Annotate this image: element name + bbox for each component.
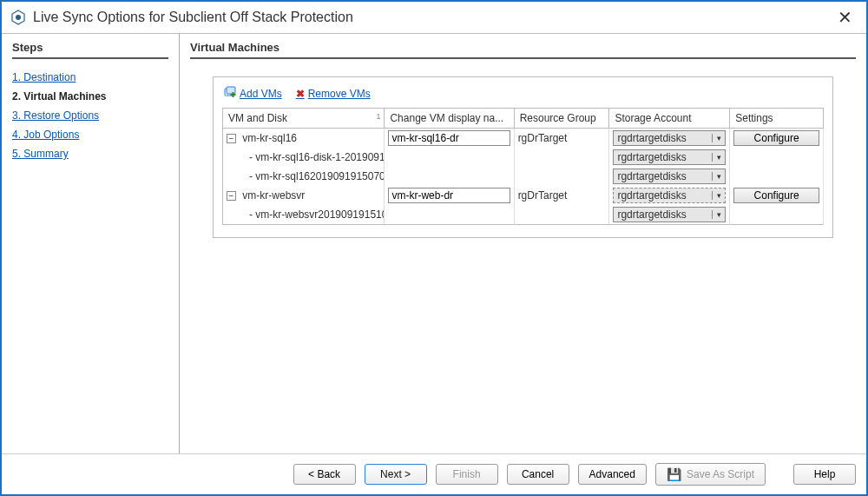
storage-account-value: rgdrtargetdisks xyxy=(617,208,712,221)
col-vm-label: VM and Disk xyxy=(228,112,287,124)
storage-account-value: rgdrtargetdisks xyxy=(617,170,712,182)
step-destination[interactable]: 1. Destination xyxy=(12,68,168,87)
storage-account-cell: rgdrtargetdisks ▾ xyxy=(609,186,730,205)
app-icon xyxy=(10,10,26,25)
vm-toolbar: Add VMs ✖ Remove VMs xyxy=(222,86,824,108)
display-name-input[interactable] xyxy=(388,130,510,146)
vm-cell[interactable]: − vm-kr-sql16 xyxy=(223,129,385,149)
close-icon[interactable]: ✕ xyxy=(832,7,858,28)
step-job-options[interactable]: 4. Job Options xyxy=(12,125,168,144)
display-name-input[interactable] xyxy=(388,188,510,203)
sort-indicator: 1 xyxy=(376,112,380,121)
col-resource-group[interactable]: Resource Group xyxy=(514,109,609,129)
resource-group-cell: rgDrTarget xyxy=(514,186,609,205)
display-name-cell xyxy=(385,129,514,149)
collapse-icon[interactable]: − xyxy=(227,191,236,201)
back-button[interactable]: < Back xyxy=(293,464,356,485)
disk-cell[interactable]: - vm-kr-sql16-disk-1-20190919150... xyxy=(223,148,385,167)
chevron-down-icon: ▾ xyxy=(712,153,721,162)
storage-account-dropdown[interactable]: rgdrtargetdisks ▾ xyxy=(613,130,726,146)
cancel-button[interactable]: Cancel xyxy=(507,464,569,485)
storage-account-cell: rgdrtargetdisks ▾ xyxy=(609,148,730,167)
step-summary[interactable]: 5. Summary xyxy=(12,144,168,163)
table-row: - vm-kr-websvr20190919151059.... rgdrtar… xyxy=(223,205,824,225)
save-icon: 💾 xyxy=(667,467,681,481)
chevron-down-icon: ▾ xyxy=(712,191,721,200)
col-display-name[interactable]: Change VM display na... xyxy=(385,109,514,129)
chevron-down-icon: ▾ xyxy=(712,134,721,142)
vm-cell[interactable]: − vm-kr-websvr xyxy=(223,186,385,205)
section-header: Virtual Machines xyxy=(190,37,856,59)
advanced-button[interactable]: Advanced xyxy=(578,464,647,485)
table-row: - vm-kr-sql1620190919150704.vhd rgdrtarg… xyxy=(223,167,824,186)
chevron-down-icon: ▾ xyxy=(712,210,721,219)
vm-label: vm-kr-websvr xyxy=(242,189,305,202)
add-vms-icon xyxy=(224,86,236,101)
help-button[interactable]: Help xyxy=(793,464,856,485)
step-restore-options[interactable]: 3. Restore Options xyxy=(12,106,168,125)
chevron-down-icon: ▾ xyxy=(712,172,721,181)
svg-point-1 xyxy=(16,15,21,20)
save-as-script-button: 💾 Save As Script xyxy=(655,463,766,486)
dialog-body: Steps 1. Destination 2. Virtual Machines… xyxy=(2,34,866,453)
remove-vms-label: Remove VMs xyxy=(308,88,371,100)
vm-grid: VM and Disk 1 Change VM display na... Re… xyxy=(222,108,824,225)
storage-account-value: rgdrtargetdisks xyxy=(617,151,712,163)
remove-vms-link[interactable]: ✖ Remove VMs xyxy=(296,86,371,101)
storage-account-cell: rgdrtargetdisks ▾ xyxy=(609,129,730,149)
main-panel: Virtual Machines Add VMs xyxy=(180,34,866,453)
dialog-window: Live Sync Options for Subclient Off Stac… xyxy=(0,0,868,496)
table-row: − vm-kr-sql16 rgDrTarget rgdrtargetdisks xyxy=(223,129,824,149)
dialog-footer: < Back Next > Finish Cancel Advanced 💾 S… xyxy=(2,453,866,494)
save-label: Save As Script xyxy=(687,468,754,480)
vm-content-box: Add VMs ✖ Remove VMs VM a xyxy=(213,76,833,238)
configure-button[interactable]: Configure xyxy=(733,188,819,203)
storage-account-dropdown[interactable]: rgdrtargetdisks ▾ xyxy=(613,149,726,165)
window-title: Live Sync Options for Subclient Off Stac… xyxy=(33,10,832,25)
storage-account-dropdown[interactable]: rgdrtargetdisks ▾ xyxy=(613,207,726,222)
storage-account-value: rgdrtargetdisks xyxy=(617,132,712,144)
resource-group-cell: rgDrTarget xyxy=(514,129,609,149)
col-vm-and-disk[interactable]: VM and Disk 1 xyxy=(223,109,385,129)
disk-cell[interactable]: - vm-kr-sql1620190919150704.vhd xyxy=(223,167,385,186)
col-storage-account[interactable]: Storage Account xyxy=(609,109,730,129)
display-name-cell xyxy=(385,186,514,205)
remove-vms-icon: ✖ xyxy=(296,88,305,100)
add-vms-label: Add VMs xyxy=(240,88,282,100)
settings-cell: Configure xyxy=(730,186,824,205)
col-settings[interactable]: Settings xyxy=(730,109,824,129)
table-row: - vm-kr-sql16-disk-1-20190919150... rgdr… xyxy=(223,148,824,167)
step-virtual-machines[interactable]: 2. Virtual Machines xyxy=(12,87,168,106)
storage-account-dropdown[interactable]: rgdrtargetdisks ▾ xyxy=(613,188,726,203)
storage-account-cell: rgdrtargetdisks ▾ xyxy=(609,205,730,225)
add-vms-link[interactable]: Add VMs xyxy=(224,86,282,101)
storage-account-dropdown[interactable]: rgdrtargetdisks ▾ xyxy=(613,169,726,184)
configure-button[interactable]: Configure xyxy=(733,130,819,146)
finish-button: Finish xyxy=(436,464,498,485)
table-row: − vm-kr-websvr rgDrTarget rgdrtargetdisk… xyxy=(223,186,824,205)
collapse-icon[interactable]: − xyxy=(227,134,236,143)
steps-panel: Steps 1. Destination 2. Virtual Machines… xyxy=(2,34,180,453)
steps-header: Steps xyxy=(12,37,168,59)
grid-header-row: VM and Disk 1 Change VM display na... Re… xyxy=(223,109,824,129)
vm-label: vm-kr-sql16 xyxy=(242,132,297,144)
storage-account-cell: rgdrtargetdisks ▾ xyxy=(609,167,730,186)
next-button[interactable]: Next > xyxy=(365,464,427,485)
disk-cell[interactable]: - vm-kr-websvr20190919151059.... xyxy=(223,205,385,225)
title-bar: Live Sync Options for Subclient Off Stac… xyxy=(2,2,866,34)
settings-cell: Configure xyxy=(730,129,824,149)
storage-account-value: rgdrtargetdisks xyxy=(617,189,712,202)
